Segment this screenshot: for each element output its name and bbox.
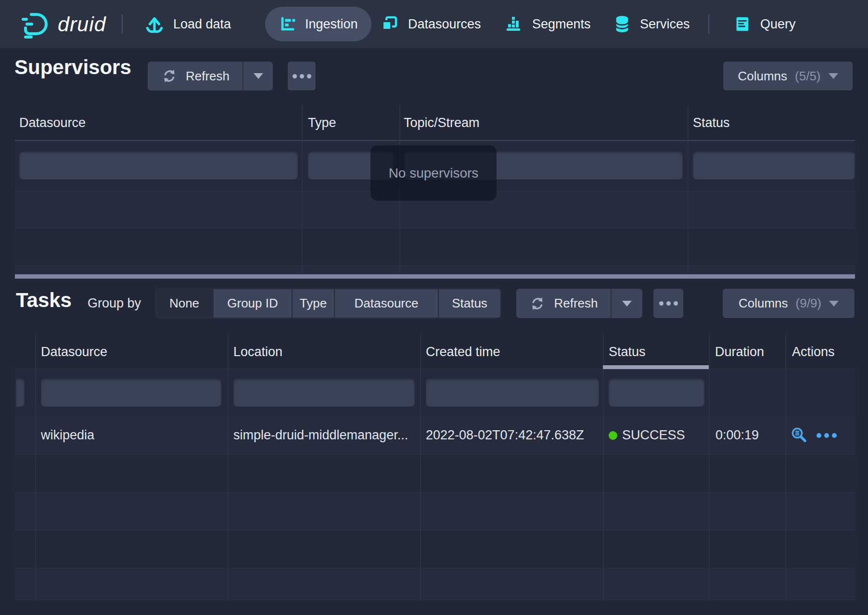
column-header-datasource[interactable]: Datasource (41, 334, 107, 369)
task-duration-cell: 0:00:19 (715, 416, 783, 454)
column-divider (420, 334, 421, 601)
task-status-text: SUCCESS (622, 428, 685, 443)
task-status-cell: SUCCESS (609, 416, 707, 454)
row-divider (15, 568, 855, 568)
task-actions-more-icon[interactable] (817, 433, 837, 438)
upload-arrow-icon (144, 14, 165, 34)
tasks-columns-button[interactable]: Columns (9/9) (723, 289, 855, 318)
column-header-datasource[interactable]: Datasource (19, 105, 86, 141)
group-by-none-button[interactable]: None (156, 289, 213, 318)
supervisors-refresh-caret-button[interactable] (243, 62, 273, 90)
tasks-refresh-caret-button[interactable] (612, 289, 642, 318)
horizontal-scrollbar[interactable] (15, 274, 855, 279)
nav-item-datasources[interactable]: Datasources (380, 0, 481, 48)
column-header-topic-stream[interactable]: Topic/Stream (404, 105, 480, 141)
chevron-down-icon (829, 73, 838, 79)
druid-console: druid Load data (0, 0, 868, 615)
columns-label: Columns (739, 296, 788, 311)
id-filter-input-clipped[interactable] (16, 379, 25, 407)
nav-item-segments[interactable]: Segments (504, 0, 591, 48)
druid-logo-icon (19, 8, 51, 40)
supervisors-title: Supervisors (14, 56, 131, 79)
group-by-type-button[interactable]: Type (293, 289, 334, 318)
bar-chart-icon (504, 14, 523, 34)
chevron-down-icon (622, 301, 632, 307)
column-divider (228, 334, 229, 601)
task-datasource-cell: wikipedia (41, 416, 219, 454)
column-divider (688, 105, 689, 274)
tasks-refresh-button[interactable]: Refresh (516, 289, 611, 318)
group-by-datasource-button[interactable]: Datasource (335, 289, 438, 318)
supervisors-more-button[interactable] (288, 62, 316, 90)
tasks-title: Tasks (16, 289, 72, 312)
layers-icon (380, 14, 399, 34)
column-divider (35, 334, 36, 601)
chevron-down-icon (829, 301, 839, 307)
created-time-filter-input[interactable] (426, 379, 599, 407)
refresh-icon (529, 295, 546, 312)
column-header-location[interactable]: Location (233, 334, 282, 369)
task-actions-cell (791, 416, 837, 454)
nav-item-label: Services (640, 17, 690, 32)
supervisors-refresh-split-button: Refresh (148, 62, 273, 90)
column-header-duration[interactable]: Duration (715, 334, 764, 369)
group-by-group-id-button[interactable]: Group ID (214, 289, 292, 318)
header-divider (15, 369, 855, 369)
row-divider (15, 530, 855, 530)
columns-count: (9/9) (796, 296, 821, 311)
group-by-status-button[interactable]: Status (439, 289, 500, 318)
database-icon (613, 14, 631, 34)
nav-item-label: Ingestion (305, 17, 358, 32)
inspect-task-magnifier-icon[interactable] (791, 427, 808, 444)
refresh-icon (161, 67, 178, 85)
tasks-empty-row (15, 454, 855, 492)
columns-label: Columns (738, 69, 787, 84)
column-divider (785, 334, 786, 601)
row-divider (15, 492, 855, 493)
column-header-status[interactable]: Status (609, 334, 646, 369)
status-filter-input[interactable] (693, 152, 855, 179)
tasks-empty-row (15, 492, 855, 530)
column-header-status[interactable]: Status (693, 105, 730, 141)
row-divider (15, 416, 855, 417)
tasks-more-button[interactable] (653, 289, 683, 318)
status-filter-input[interactable] (609, 379, 704, 407)
top-nav: druid Load data (0, 0, 868, 48)
tasks-refresh-split-button: Refresh (516, 289, 642, 318)
ingestion-chart-icon (279, 15, 297, 33)
nav-item-label: Segments (532, 17, 591, 32)
chevron-down-icon (254, 73, 263, 79)
column-header-actions[interactable]: Actions (792, 334, 835, 369)
success-status-dot (609, 431, 617, 440)
column-header-type[interactable]: Type (308, 105, 336, 141)
nav-item-query[interactable]: Query (733, 0, 796, 48)
supervisors-refresh-button[interactable]: Refresh (148, 62, 243, 90)
supervisors-columns-button[interactable]: Columns (5/5) (723, 62, 853, 90)
nav-item-label: Query (760, 17, 796, 32)
nav-divider (708, 14, 709, 34)
more-icon (293, 74, 311, 78)
tasks-empty-row (15, 568, 855, 600)
druid-logo[interactable]: druid (19, 0, 106, 48)
row-divider (15, 454, 855, 455)
datasource-filter-input[interactable] (19, 152, 298, 179)
supervisors-empty-row (15, 265, 855, 274)
nav-item-label: Load data (173, 17, 231, 32)
datasource-filter-input[interactable] (41, 379, 221, 407)
query-console-icon (733, 15, 752, 33)
no-supervisors-message: No supervisors (370, 145, 497, 201)
column-divider (709, 334, 710, 601)
task-created-time-cell: 2022-08-02T07:42:47.638Z (426, 416, 601, 454)
column-divider (302, 105, 303, 274)
nav-item-load-data[interactable]: Load data (144, 0, 231, 48)
nav-item-services[interactable]: Services (613, 0, 690, 48)
row-divider (15, 600, 855, 600)
group-by-label: Group by (88, 289, 141, 318)
location-filter-input[interactable] (233, 379, 415, 407)
row-divider (15, 265, 855, 266)
supervisors-empty-row (15, 229, 855, 265)
column-header-created-time[interactable]: Created time (426, 334, 500, 369)
nav-item-ingestion[interactable]: Ingestion (265, 7, 371, 41)
task-location-cell: simple-druid-middlemanager... (233, 416, 415, 454)
columns-count: (5/5) (795, 69, 820, 84)
